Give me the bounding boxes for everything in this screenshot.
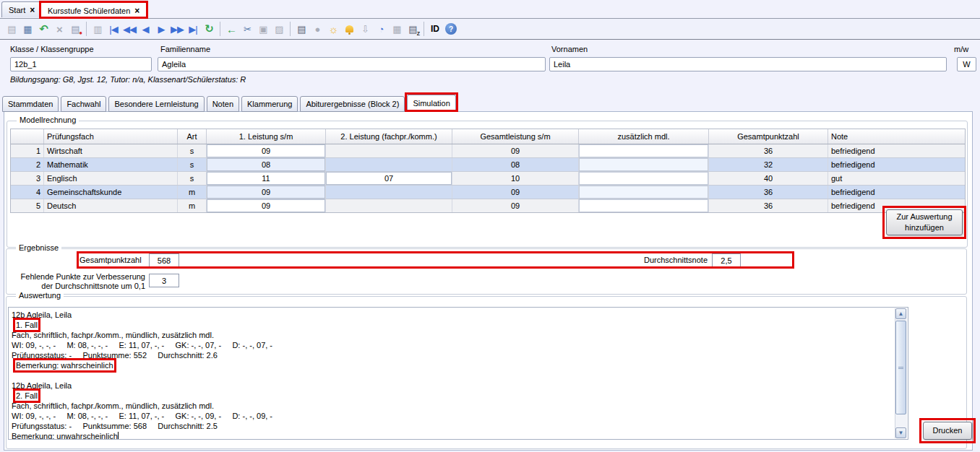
last-record-icon[interactable]: ▶| xyxy=(185,21,201,37)
detail-tab-strip: Stammdaten Fachwahl Besondere Lernleistu… xyxy=(2,95,458,112)
tab-fachwahl[interactable]: Fachwahl xyxy=(61,96,106,112)
bell-icon[interactable] xyxy=(341,21,357,37)
scroll-down-arrow[interactable]: ▼ xyxy=(895,427,906,438)
auswertung-line: 12b Agleila, Leila xyxy=(12,381,893,391)
klasse-label: Klasse / Klassengruppe xyxy=(10,45,94,53)
first-record-icon[interactable]: |◀ xyxy=(106,21,121,37)
auswertung-line: WI: 09, -, -, - M: 08, -, -, - E: 11, 07… xyxy=(12,411,893,421)
id-button[interactable]: ID xyxy=(427,21,443,37)
tab-label: Stammdaten xyxy=(8,100,53,108)
ergebnisse-group: Ergebnisse Gesamtpunktzahl 568 Durchschn… xyxy=(6,248,967,295)
art-cell: s xyxy=(178,144,207,157)
tab-start[interactable]: Start × xyxy=(1,1,42,17)
edit-form-glyph: ▤ xyxy=(71,24,79,35)
print-list-icon[interactable]: ▤Z xyxy=(405,21,421,37)
leistung1-cell[interactable]: 09 xyxy=(207,186,326,199)
next-record-icon[interactable]: ▶ xyxy=(153,21,169,37)
tab-label: Abiturergebnisse (Block 2) xyxy=(306,100,399,108)
record-indicator-icon[interactable]: ● xyxy=(309,21,325,37)
thumb-grip xyxy=(898,367,903,369)
fach-cell: Deutsch xyxy=(44,199,178,212)
edit-form-badge: ● xyxy=(79,30,82,36)
paste-icon[interactable]: ▨ xyxy=(271,21,287,37)
gesamtleistung-cell: 09 xyxy=(452,186,579,199)
col-header-leistung2: 2. Leistung (fachpr./komm.) xyxy=(326,129,452,144)
leistung1-cell[interactable]: 09 xyxy=(207,144,326,157)
next-fast-icon[interactable]: ▶▶ xyxy=(169,21,185,37)
main-toolbar: ▤ ▦ ↶ × ▤● ▥ |◀ ◀◀ ◀ ▶ ▶▶ ▶| ↻ ← ✂ ▣ ▨ ▤… xyxy=(0,19,980,40)
hint-lightbulb-icon[interactable]: ☼ xyxy=(325,21,341,37)
annotation-box-fall1: 1. Fall xyxy=(15,320,38,330)
gesamtleistung-cell: 08 xyxy=(452,158,579,171)
zusaetzlich-cell[interactable] xyxy=(579,199,709,212)
new-record-icon[interactable]: ▤ xyxy=(4,21,20,37)
export-icon[interactable]: ▦ xyxy=(389,21,405,37)
zusaetzlich-cell[interactable] xyxy=(579,144,709,157)
auswertung-textarea[interactable]: 12b Agleila, Leila 1. Fall Fach, schrift… xyxy=(8,307,908,440)
close-icon[interactable]: × xyxy=(134,7,139,14)
previous-record-icon[interactable]: ◀ xyxy=(137,21,153,37)
annotation-box-bemerkung: Bemerkung: wahrscheinlich xyxy=(15,360,114,370)
previous-fast-icon[interactable]: ◀◀ xyxy=(121,21,137,37)
tab-abiturergebnisse[interactable]: Abiturergebnisse (Block 2) xyxy=(300,96,405,112)
tab-simulation[interactable]: Simulation xyxy=(407,95,455,112)
note-cell: gut xyxy=(828,172,965,185)
familienname-input[interactable]: Agleila xyxy=(158,57,546,71)
print-list-badge: Z xyxy=(417,31,420,36)
zusaetzlich-cell[interactable] xyxy=(579,158,709,171)
undo-icon[interactable]: ↶ xyxy=(35,21,51,37)
cut-icon[interactable]: ✂ xyxy=(239,21,255,37)
auswertung-line: Bemerkung: unwahrscheinlich xyxy=(12,431,893,440)
gesamtpunktzahl-cell: 36 xyxy=(709,186,828,199)
tab-besondere-lernleistung[interactable]: Besondere Lernleistung xyxy=(108,96,204,112)
zusaetzlich-cell[interactable] xyxy=(579,186,709,199)
save-icon[interactable]: ▦ xyxy=(20,21,35,37)
tab-start-label: Start xyxy=(9,6,25,14)
fehlende-punkte-field: 3 xyxy=(149,274,179,287)
leistung1-cell[interactable]: 09 xyxy=(207,199,326,212)
leistung2-cell xyxy=(326,186,452,199)
scroll-thumb[interactable] xyxy=(895,321,906,414)
col-header-leistung1: 1. Leistung s/m xyxy=(207,129,326,144)
print-icon[interactable]: ▤ xyxy=(293,21,309,37)
col-header-gesamtpunktzahl: Gesamtpunktzahl xyxy=(709,129,828,144)
vertical-scrollbar[interactable]: ▲ ▼ xyxy=(895,308,907,438)
row-number: 2 xyxy=(11,158,44,171)
col-header-zusaetzlich: zusätzlich mdl. xyxy=(579,129,709,144)
scroll-up-arrow[interactable]: ▲ xyxy=(895,308,906,319)
copy-icon[interactable]: ▣ xyxy=(255,21,271,37)
alarm-clock-icon[interactable]: ◔ xyxy=(373,21,389,37)
klasse-input[interactable]: 12b_1 xyxy=(10,57,152,71)
tab-stammdaten[interactable]: Stammdaten xyxy=(2,96,59,112)
tab-klammerung[interactable]: Klammerung xyxy=(241,96,298,112)
tab-kursstufe-schuelerdaten[interactable]: Kursstufe Schülerdaten × xyxy=(40,1,147,19)
edit-form-icon[interactable]: ▤● xyxy=(67,21,83,37)
back-icon[interactable]: ← xyxy=(223,21,239,37)
help-glyph: ? xyxy=(445,23,457,35)
auswertung-line-bemerkung1: Bemerkung: wahrscheinlich xyxy=(12,360,893,370)
drucken-button[interactable]: Drucken xyxy=(923,422,972,440)
tab-label: Noten xyxy=(212,100,233,108)
refresh-icon[interactable]: ↻ xyxy=(201,21,217,37)
delete-icon[interactable]: × xyxy=(51,21,67,37)
leistung1-cell[interactable]: 11 xyxy=(207,172,326,185)
leistung2-cell[interactable]: 07 xyxy=(326,172,452,185)
tb-export-icon[interactable]: ⇩ xyxy=(357,21,373,37)
mw-input[interactable]: W xyxy=(957,57,976,71)
leistung2-cell xyxy=(326,158,452,171)
toolbar-separator xyxy=(424,22,424,36)
gesamtleistung-cell: 10 xyxy=(452,172,579,185)
close-icon[interactable]: × xyxy=(30,6,35,14)
art-cell: s xyxy=(178,172,207,185)
leistung1-cell[interactable]: 08 xyxy=(207,158,326,171)
note-cell: befriedigend xyxy=(828,144,965,157)
vornamen-input[interactable]: Leila xyxy=(549,57,947,71)
help-icon[interactable]: ? xyxy=(443,21,459,37)
zusaetzlich-cell[interactable] xyxy=(579,172,709,185)
auswertung-line: Fach, schriftlich, fachpr./komm., mündli… xyxy=(12,330,893,340)
zur-auswertung-button[interactable]: Zur Auswertung hinzufügen xyxy=(886,209,963,235)
familienname-label: Familienname xyxy=(160,45,210,53)
records-icon[interactable]: ▥ xyxy=(90,21,106,37)
toolbar-separator xyxy=(220,22,220,36)
tab-noten[interactable]: Noten xyxy=(207,96,239,112)
